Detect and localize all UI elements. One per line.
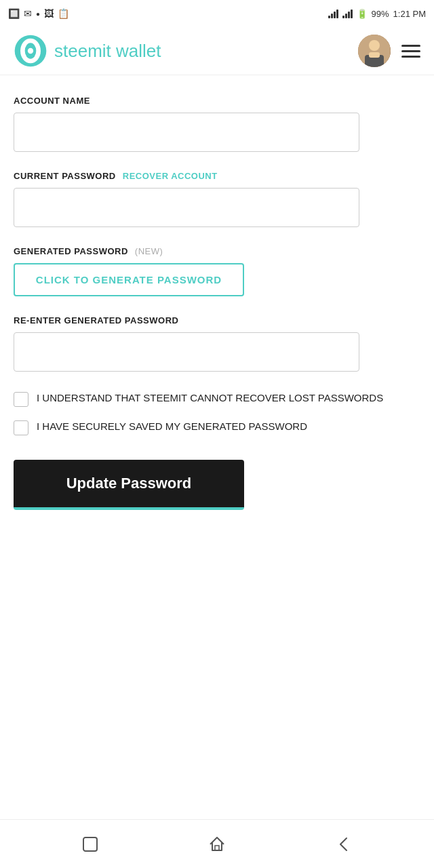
generated-password-group: GENERATED PASSWORD (NEW) CLICK TO GENERA… [14,246,420,296]
current-password-group: CURRENT PASSWORD RECOVER ACCOUNT [14,171,420,227]
checkbox-group: I UNDERSTAND THAT STEEMIT CANNOT RECOVER… [14,391,420,435]
account-name-label: ACCOUNT NAME [14,96,420,106]
signal-icon [328,9,338,18]
image-icon: 🖼 [44,8,54,19]
battery-percent: 99% [372,9,389,19]
logo-area: steemit wallet [14,34,161,68]
generated-password-label: GENERATED PASSWORD (NEW) [14,246,420,256]
checkbox-item-2: I HAVE SECURELY SAVED MY GENERATED PASSW… [14,419,420,435]
header-right [358,35,420,67]
checkbox-saved-label: I HAVE SECURELY SAVED MY GENERATED PASSW… [37,419,307,433]
avatar[interactable] [358,35,391,67]
current-password-label: CURRENT PASSWORD RECOVER ACCOUNT [14,171,420,181]
nav-back-button[interactable] [330,831,357,858]
status-right: 🔋 99% 1:21 PM [328,9,426,19]
hamburger-line3 [401,56,420,58]
time-display: 1:21 PM [393,9,426,19]
account-name-input[interactable] [14,113,359,152]
steemit-logo-icon [14,34,47,68]
hamburger-line2 [401,50,420,52]
svg-point-5 [369,40,380,51]
status-left: 🔲 ✉ ● 🖼 📋 [8,8,69,19]
nav-square-button[interactable] [77,831,104,858]
dot-icon: ● [36,10,40,18]
header: steemit wallet [0,27,434,75]
bottom-nav [0,819,434,868]
status-bar: 🔲 ✉ ● 🖼 📋 🔋 99% 1:21 PM [0,0,434,27]
storage-icon: 📋 [58,8,69,19]
reenter-password-label: RE-ENTER GENERATED PASSWORD [14,315,420,326]
recover-account-link[interactable]: RECOVER ACCOUNT [123,171,218,181]
hamburger-menu[interactable] [401,45,420,58]
mail-icon: ✉ [24,8,32,19]
account-name-group: ACCOUNT NAME [14,96,420,152]
current-password-input[interactable] [14,188,359,227]
signal2-icon [342,9,353,18]
update-password-button[interactable]: Update Password [14,460,244,510]
main-content: ACCOUNT NAME CURRENT PASSWORD RECOVER AC… [0,75,434,819]
svg-point-3 [28,48,33,54]
battery-icon: 🔋 [357,9,368,19]
checkbox-item-1: I UNDERSTAND THAT STEEMIT CANNOT RECOVER… [14,391,420,407]
nav-home-button[interactable] [203,831,231,858]
avatar-image [358,35,391,67]
generate-password-button[interactable]: CLICK TO GENERATE PASSWORD [14,263,244,296]
reenter-password-input[interactable] [14,332,359,372]
svg-rect-9 [215,846,219,850]
checkbox-saved[interactable] [14,420,28,435]
svg-rect-7 [369,52,380,58]
hamburger-line1 [401,45,420,47]
back-icon [334,835,353,854]
generated-password-sub: (NEW) [135,246,163,256]
home-icon [208,835,226,854]
checkbox-understand[interactable] [14,392,28,407]
sim-icon: 🔲 [8,8,20,19]
square-icon [81,835,100,854]
reenter-password-group: RE-ENTER GENERATED PASSWORD [14,315,420,372]
svg-rect-8 [83,837,97,851]
logo-text: steemit wallet [54,41,161,62]
checkbox-understand-label: I UNDERSTAND THAT STEEMIT CANNOT RECOVER… [37,391,383,405]
